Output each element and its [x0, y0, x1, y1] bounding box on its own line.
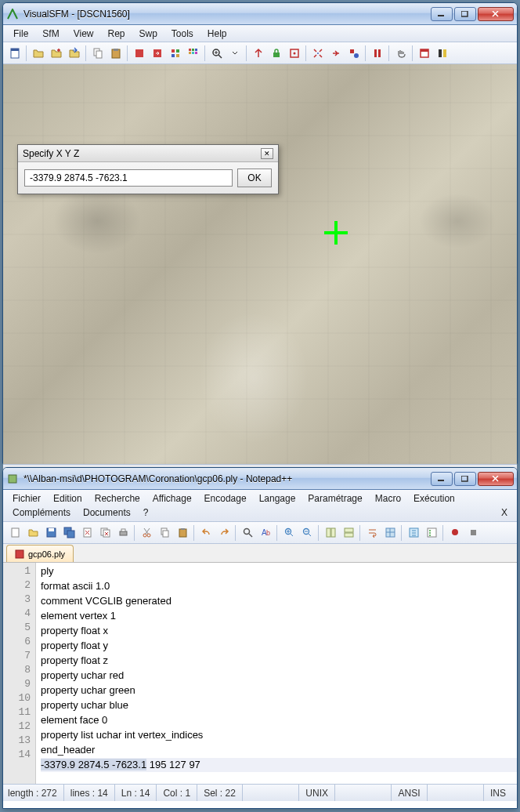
svg-rect-11: [176, 49, 179, 53]
menu-langage[interactable]: Langage: [253, 491, 302, 506]
save-icon[interactable]: [42, 524, 60, 542]
red-window-icon[interactable]: [416, 45, 433, 62]
print-icon[interactable]: [114, 524, 132, 542]
close-button[interactable]: [478, 472, 514, 486]
grid-icon[interactable]: [167, 45, 184, 62]
paste-icon[interactable]: [174, 524, 191, 542]
menu-help[interactable]: Help: [200, 27, 234, 41]
save-all-icon[interactable]: [60, 524, 78, 542]
viewport[interactable]: Specify X Y Z ✕ OK: [3, 64, 517, 464]
copy-icon[interactable]: [156, 524, 173, 542]
svg-point-65: [429, 532, 431, 534]
zoom-in-icon[interactable]: [280, 524, 298, 542]
menu-tools[interactable]: Tools: [164, 27, 200, 41]
undo-icon[interactable]: [197, 524, 215, 542]
folder-in-icon[interactable]: [66, 45, 83, 62]
open-icon[interactable]: [30, 45, 47, 62]
editor[interactable]: 1234567891011121314 ply format ascii 1.0…: [3, 563, 517, 784]
menu-swp[interactable]: Swp: [132, 27, 164, 41]
menu-x[interactable]: X: [495, 506, 514, 520]
crosshair-marker: [324, 221, 348, 245]
paste-icon[interactable]: [107, 45, 125, 62]
code-area[interactable]: ply format ascii 1.0 comment VCGLIB gene…: [36, 563, 517, 784]
svg-rect-34: [438, 480, 444, 481]
find-icon[interactable]: [239, 524, 256, 542]
stop-icon[interactable]: [464, 524, 482, 542]
status-ln: Ln : 14: [114, 785, 157, 801]
toolbar: Ab: [3, 522, 517, 544]
sync-h-icon[interactable]: [340, 524, 357, 542]
menu-edition[interactable]: Edition: [47, 491, 88, 506]
grid2-icon[interactable]: [185, 45, 202, 62]
zoom-out-icon[interactable]: [298, 524, 316, 542]
new-file-icon[interactable]: [6, 524, 23, 542]
copy-icon[interactable]: [89, 45, 107, 62]
replace-icon[interactable]: Ab: [257, 524, 274, 542]
menu-complements[interactable]: Compléments: [6, 506, 77, 520]
titlebar[interactable]: *\\Alban-msi\d\PHOTOGRAM\Coronation\gcp0…: [3, 468, 517, 490]
close-file-icon[interactable]: [78, 524, 96, 542]
maximize-button[interactable]: [454, 472, 476, 486]
dialog-close-button[interactable]: ✕: [261, 148, 273, 159]
guides-icon[interactable]: [381, 524, 399, 542]
menu-rep[interactable]: Rep: [100, 27, 132, 41]
indent-icon[interactable]: [405, 524, 422, 542]
open-file-icon[interactable]: [24, 524, 42, 542]
close-button[interactable]: [478, 7, 514, 21]
svg-rect-19: [195, 52, 197, 54]
menu-fichier[interactable]: Fichier: [6, 491, 47, 506]
menu-recherche[interactable]: Recherche: [88, 491, 146, 506]
svg-point-24: [317, 53, 319, 54]
red-arrow-icon[interactable]: [149, 45, 166, 62]
columns-icon[interactable]: [434, 45, 451, 62]
svg-point-67: [452, 529, 458, 535]
zoom-icon[interactable]: [208, 45, 226, 62]
xyz-input[interactable]: [24, 169, 233, 187]
svg-rect-1: [461, 11, 468, 16]
svg-rect-14: [189, 49, 191, 51]
toolbar: [3, 42, 517, 64]
expand-icon[interactable]: [309, 45, 327, 62]
func-list-icon[interactable]: [423, 524, 440, 542]
record-icon[interactable]: [446, 524, 464, 542]
close-all-icon[interactable]: [96, 524, 114, 542]
line-gutter: 1234567891011121314: [3, 563, 36, 784]
minimize-button[interactable]: [431, 472, 453, 486]
menu-documents[interactable]: Documents: [77, 506, 137, 520]
lock-icon[interactable]: [268, 45, 285, 62]
titlebar[interactable]: VisualSFM - [DSCN1560]: [3, 3, 517, 25]
menu-execution[interactable]: Exécution: [407, 491, 461, 506]
menu-encodage[interactable]: Encodage: [198, 491, 253, 506]
open-plus-icon[interactable]: [48, 45, 65, 62]
minimize-button[interactable]: [431, 7, 453, 21]
menu-file[interactable]: File: [6, 27, 35, 41]
menu-help[interactable]: ?: [137, 506, 155, 520]
svg-rect-28: [378, 49, 381, 57]
red-square-icon[interactable]: [131, 45, 148, 62]
menu-sfm[interactable]: SfM: [35, 27, 66, 41]
redo-icon[interactable]: [215, 524, 233, 542]
forward-icon[interactable]: [327, 45, 345, 62]
menu-macro[interactable]: Macro: [369, 491, 407, 506]
up-arrow-icon[interactable]: [250, 45, 267, 62]
svg-rect-40: [67, 531, 74, 538]
svg-rect-13: [176, 54, 179, 57]
svg-text:b: b: [266, 529, 270, 537]
menu-affichage[interactable]: Affichage: [146, 491, 198, 506]
shapes-icon[interactable]: [345, 45, 363, 62]
cut-icon[interactable]: [138, 524, 155, 542]
statusbar: length : 272 lines : 14 Ln : 14 Col : 1 …: [3, 784, 517, 801]
menu-view[interactable]: View: [67, 27, 101, 41]
window-title: *\\Alban-msi\d\PHOTOGRAM\Coronation\gcp0…: [23, 473, 431, 484]
maximize-button[interactable]: [454, 7, 476, 21]
ok-button[interactable]: OK: [237, 169, 272, 187]
hand-icon[interactable]: [392, 45, 410, 62]
pause-icon[interactable]: [369, 45, 386, 62]
wrap-icon[interactable]: [363, 524, 381, 542]
sync-v-icon[interactable]: [322, 524, 339, 542]
dropdown-icon[interactable]: [226, 45, 244, 62]
target-icon[interactable]: [286, 45, 303, 62]
new-icon[interactable]: [6, 45, 23, 62]
file-tab[interactable]: gcp06.ply: [6, 545, 74, 562]
menu-parametrage[interactable]: Paramétrage: [302, 491, 368, 506]
